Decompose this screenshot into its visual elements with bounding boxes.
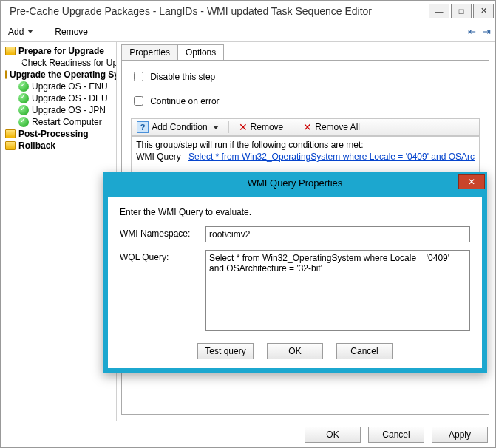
tree-item[interactable]: Post-Processing: [4, 128, 113, 140]
cancel-button[interactable]: Cancel: [368, 427, 424, 443]
remove-all-button[interactable]: ✕ Remove All: [301, 121, 362, 133]
tree-item-label: Upgrade OS - ENU: [32, 81, 108, 92]
tree-item-label: Upgrade OS - DEU: [32, 93, 108, 103]
add-button[interactable]: Add: [4, 25, 38, 38]
editor-toolbar: Add Remove ⇤ ⇥: [1, 21, 495, 42]
condition-row[interactable]: WMI Query Select * from Win32_OperatingS…: [136, 152, 475, 162]
tree-item[interactable]: Upgrade OS - DEU: [4, 92, 113, 104]
dialog-title: WMI Query Properties: [248, 177, 343, 189]
tree-item[interactable]: Rollback: [4, 140, 113, 152]
tree-item[interactable]: Upgrade the Operating System: [4, 69, 113, 81]
check-icon: [18, 81, 29, 92]
tree-item[interactable]: Upgrade OS - ENU: [4, 81, 113, 92]
continue-on-error-input[interactable]: [134, 96, 143, 106]
namespace-label: WMI Namespace:: [120, 226, 200, 239]
tab-properties[interactable]: Properties: [121, 44, 178, 60]
dialog-buttons: Test query OK Cancel: [120, 343, 470, 359]
wql-label: WQL Query:: [120, 250, 200, 262]
apply-button[interactable]: Apply: [432, 427, 488, 443]
tree-item[interactable]: Check Readiness for Upgrade: [4, 57, 113, 69]
minimize-button[interactable]: —: [429, 4, 449, 18]
tab-row: Properties Options: [121, 44, 489, 60]
remove-label: Remove: [55, 27, 88, 37]
disable-step-label: Disable this step: [150, 72, 215, 82]
disable-step-checkbox[interactable]: Disable this step: [131, 69, 480, 84]
dialog-ok-button[interactable]: OK: [267, 343, 323, 359]
wmi-query-dialog: WMI Query Properties ✕ Enter the WMI Que…: [103, 172, 487, 373]
separator: [293, 121, 293, 133]
check-icon: [18, 93, 29, 103]
remove-button[interactable]: Remove: [50, 25, 92, 38]
add-condition-button[interactable]: ? Add Condition: [135, 121, 220, 134]
window-title: Pre-Cache Upgrade Packages - LangIDs - W…: [10, 5, 372, 17]
tree-item[interactable]: Prepare for Upgrade: [4, 45, 113, 57]
dialog-cancel-button[interactable]: Cancel: [336, 343, 393, 359]
dialog-body: Enter the WMI Query to evaluate. WMI Nam…: [108, 197, 482, 368]
disable-step-input[interactable]: [134, 72, 143, 81]
namespace-input[interactable]: [205, 226, 470, 242]
add-condition-label: Add Condition: [152, 122, 207, 132]
folder-icon: [5, 129, 16, 138]
indent-icon[interactable]: ⇥: [480, 26, 492, 38]
conditions-description: This group/step will run if the followin…: [136, 140, 475, 150]
remove-condition-button[interactable]: ✕ Remove: [237, 121, 286, 133]
tree-item[interactable]: Upgrade OS - JPN: [4, 104, 113, 116]
sequence-tree[interactable]: Prepare for UpgradeCheck Readiness for U…: [1, 42, 117, 421]
tree-item[interactable]: Restart Computer: [4, 116, 113, 128]
separator: [228, 121, 229, 133]
question-icon: ?: [137, 121, 149, 133]
folder-icon: [5, 47, 16, 55]
dialog-intro: Enter the WMI Query to evaluate.: [120, 207, 470, 217]
tree-item-label: Post-Processing: [18, 129, 89, 139]
check-icon: [18, 117, 29, 127]
test-query-button[interactable]: Test query: [197, 343, 254, 359]
x-icon: ✕: [239, 122, 248, 132]
folder-icon: [5, 141, 16, 150]
window-titlebar: Pre-Cache Upgrade Packages - LangIDs - W…: [1, 1, 495, 21]
tree-item-label: Upgrade OS - JPN: [32, 105, 106, 115]
tree-item-label: Upgrade the Operating System: [10, 69, 117, 80]
tree-item-label: Restart Computer: [32, 117, 102, 127]
tree-item-label: Check Readiness for Upgrade: [21, 58, 117, 68]
folder-icon: [5, 70, 7, 79]
ok-button[interactable]: OK: [305, 427, 361, 443]
dialog-close-button[interactable]: ✕: [458, 174, 485, 189]
remove-condition-label: Remove: [251, 122, 284, 132]
condition-link[interactable]: Select * from Win32_OperatingSystem wher…: [188, 152, 475, 162]
dropdown-icon: [213, 126, 219, 129]
separator: [44, 25, 44, 38]
close-button[interactable]: ✕: [473, 4, 494, 18]
dialog-bottom-bar: OK Cancel Apply: [1, 421, 495, 447]
dropdown-icon: [27, 30, 33, 33]
dialog-titlebar[interactable]: WMI Query Properties ✕: [103, 173, 486, 192]
tree-item-label: Rollback: [18, 140, 55, 151]
maximize-button[interactable]: □: [451, 4, 472, 18]
tree-item-label: Prepare for Upgrade: [18, 46, 104, 56]
condition-prefix: WMI Query: [136, 152, 181, 162]
outdent-icon[interactable]: ⇤: [466, 26, 478, 38]
tab-options[interactable]: Options: [177, 44, 224, 60]
x-icon: ✕: [303, 122, 312, 132]
add-label: Add: [8, 27, 24, 37]
wql-textarea[interactable]: [205, 250, 470, 331]
remove-all-label: Remove All: [315, 122, 360, 132]
continue-on-error-label: Continue on error: [150, 96, 219, 106]
continue-on-error-checkbox[interactable]: Continue on error: [131, 94, 480, 108]
condition-toolbar: ? Add Condition ✕ Remove ✕ Remove All: [131, 118, 480, 136]
check-icon: [18, 105, 29, 115]
